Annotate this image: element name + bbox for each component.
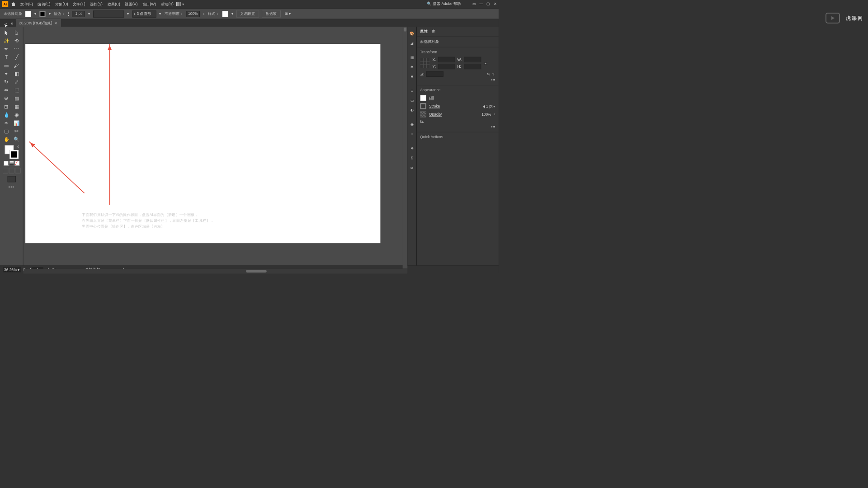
appearance-fill-swatch[interactable] <box>420 95 426 101</box>
appearance-stroke-label[interactable]: Stroke <box>429 104 440 108</box>
opacity-input[interactable]: 100% <box>186 11 200 17</box>
stroke-swatch[interactable] <box>39 11 46 17</box>
gradient-mode-icon[interactable] <box>9 161 14 166</box>
shape-builder-tool-icon[interactable]: ⊕ <box>1 94 11 102</box>
maximize-icon[interactable]: ▢ <box>486 1 490 6</box>
scale-tool-icon[interactable]: ⤢ <box>12 78 21 86</box>
variable-width-profile[interactable] <box>93 10 124 17</box>
stroke-weight-dropdown-icon[interactable]: ▾ <box>88 13 90 15</box>
stroke-panel-icon[interactable]: ≡ <box>409 88 415 94</box>
workspace-icon[interactable]: ▭ <box>472 1 476 6</box>
draw-behind-icon[interactable] <box>9 168 14 173</box>
document-setup-button[interactable]: 文档设置 <box>236 10 259 18</box>
swap-fill-stroke-icon[interactable]: ⤭ <box>16 145 19 148</box>
blend-tool-icon[interactable]: ◉ <box>12 111 21 119</box>
gradient-panel-icon[interactable]: ▭ <box>409 97 415 103</box>
symbols-panel-icon[interactable]: ♣ <box>409 73 415 80</box>
stroke-stepper-icon[interactable]: ▴▾ <box>68 11 69 16</box>
opacity-dropdown-icon[interactable]: › <box>203 13 205 15</box>
draw-normal-icon[interactable] <box>3 168 8 173</box>
edit-toolbar-icon[interactable]: ••• <box>9 185 14 189</box>
artboard-tool-icon[interactable]: ▢ <box>1 127 11 135</box>
profile-dropdown-icon[interactable]: ▾ <box>127 13 129 15</box>
stroke-weight-input[interactable]: 1 pt <box>72 11 85 17</box>
stroke-color-icon[interactable] <box>9 150 19 159</box>
eyedropper-tool-icon[interactable]: 💧 <box>1 111 11 119</box>
brush-dropdown-icon[interactable]: ▾ <box>159 13 162 15</box>
appearance-opacity-swatch[interactable] <box>420 111 426 117</box>
type-tool-icon[interactable]: T <box>1 53 11 61</box>
fill-dropdown-icon[interactable]: ▾ <box>34 13 37 15</box>
align-icon[interactable]: ⊞ ▾ <box>285 12 291 16</box>
menu-type[interactable]: 文字(T) <box>73 1 85 6</box>
menu-window[interactable]: 窗口(W) <box>142 1 156 6</box>
hand-tool-icon[interactable]: ✋ <box>1 136 11 143</box>
fill-stroke-control[interactable]: ⤭ <box>5 145 18 159</box>
appearance-panel-icon[interactable]: ◉ <box>409 121 415 127</box>
direct-selection-tool-icon[interactable] <box>12 29 21 37</box>
appearance-stroke-swatch[interactable] <box>420 103 426 109</box>
document-tab[interactable]: 36.26% (RGB/预览) ✕ <box>16 19 61 27</box>
menu-select[interactable]: 选择(S) <box>90 1 103 6</box>
menu-file[interactable]: 文件(F) <box>20 1 33 6</box>
vertical-scrollbar[interactable] <box>403 27 408 268</box>
curvature-tool-icon[interactable]: 〰 <box>12 45 21 53</box>
horizontal-scrollbar[interactable] <box>24 269 408 274</box>
screen-mode-icon[interactable] <box>7 176 15 183</box>
appearance-fill-label[interactable]: Fill <box>429 96 434 100</box>
width-tool-icon[interactable]: ⇔ <box>1 86 11 94</box>
preferences-button[interactable]: 首选项 <box>262 10 281 18</box>
stroke-dropdown-icon[interactable]: ▾ <box>48 13 51 15</box>
artboards-panel-icon[interactable]: ⧉ <box>409 164 415 171</box>
menu-edit[interactable]: 编辑(E) <box>38 1 50 6</box>
tab-properties[interactable]: 属性 <box>420 29 428 34</box>
style-dropdown-icon[interactable]: ▾ <box>231 13 234 15</box>
color-guide-panel-icon[interactable]: ◢ <box>409 40 415 46</box>
search-box[interactable]: 🔍 搜索 Adobe 帮助 <box>427 1 461 6</box>
zoom-tool-icon[interactable]: 🔍 <box>12 136 21 143</box>
panel-toggle[interactable]: « ✕ <box>3 21 16 26</box>
free-transform-tool-icon[interactable]: ⬚ <box>12 86 21 94</box>
home-icon[interactable] <box>10 1 17 7</box>
pen-tool-icon[interactable]: ✒ <box>1 45 11 53</box>
close-icon[interactable]: ✕ <box>494 1 497 6</box>
minimize-icon[interactable]: — <box>479 1 483 6</box>
mesh-tool-icon[interactable]: ⊞ <box>1 103 11 110</box>
magic-wand-tool-icon[interactable]: ✨ <box>1 37 11 45</box>
graph-tool-icon[interactable]: 📊 <box>12 119 21 127</box>
transparency-panel-icon[interactable]: ◐ <box>409 107 415 113</box>
brush-definition-select[interactable]: 3 点圆形 <box>132 10 156 17</box>
slice-tool-icon[interactable]: ✂ <box>12 127 21 135</box>
graphic-styles-panel-icon[interactable]: ▫ <box>409 131 415 137</box>
menu-object[interactable]: 对象(O) <box>55 1 68 6</box>
color-panel-icon[interactable]: 🎨 <box>409 30 415 37</box>
w-input[interactable] <box>464 57 481 62</box>
perspective-tool-icon[interactable]: ▨ <box>12 94 21 102</box>
color-mode-icon[interactable] <box>4 161 9 166</box>
zoom-select[interactable]: 36.26% ▾ <box>3 267 21 272</box>
menu-view[interactable]: 视图(V) <box>125 1 137 6</box>
style-swatch[interactable] <box>222 11 228 17</box>
layers-panel-icon[interactable]: ❖ <box>409 145 415 151</box>
menu-help[interactable]: 帮助(H) <box>161 1 174 6</box>
link-wh-icon[interactable]: ⫘ <box>484 61 487 65</box>
stroke-dropdown-icon-2[interactable]: ▾ <box>493 104 495 108</box>
arrange-documents-icon[interactable]: ▾ <box>176 2 184 6</box>
shaper-tool-icon[interactable]: ✦ <box>1 70 11 78</box>
flip-h-icon[interactable]: ⇋ <box>487 72 490 76</box>
more-options-icon[interactable]: ••• <box>420 78 495 82</box>
angle-input[interactable] <box>426 71 443 77</box>
swatches-panel-icon[interactable]: ▦ <box>409 54 415 61</box>
gradient-tool-icon[interactable]: ▦ <box>12 103 21 110</box>
stroke-stepper[interactable]: ▴▾ <box>483 104 486 108</box>
fx-label[interactable]: fx. <box>420 120 424 124</box>
symbol-sprayer-tool-icon[interactable]: ✶ <box>1 119 11 127</box>
none-mode-icon[interactable]: ╱ <box>14 161 19 166</box>
y-input[interactable] <box>438 64 455 69</box>
eraser-tool-icon[interactable]: ◧ <box>12 70 21 78</box>
rectangle-tool-icon[interactable]: ▭ <box>1 61 11 69</box>
flip-v-icon[interactable]: ⥮ <box>492 72 495 76</box>
brushes-panel-icon[interactable]: ✾ <box>409 64 415 70</box>
x-input[interactable] <box>438 57 455 62</box>
h-input[interactable] <box>464 64 481 69</box>
